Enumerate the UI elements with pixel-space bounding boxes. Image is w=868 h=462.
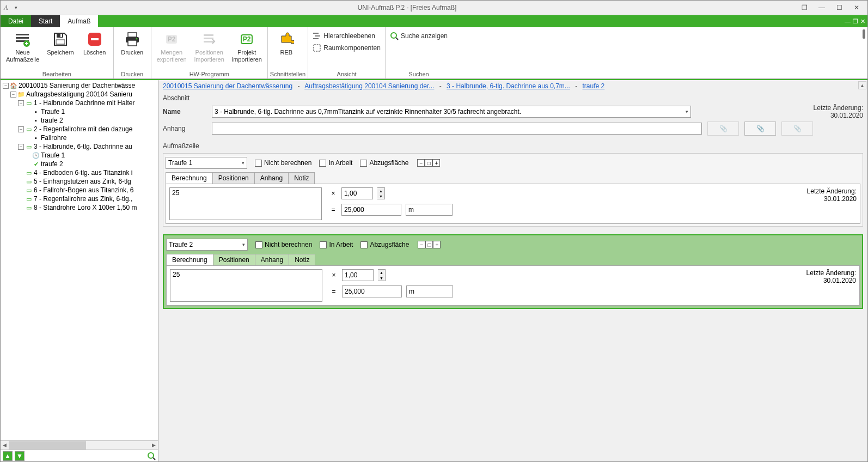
faktor-input[interactable] <box>342 269 374 281</box>
name-combo[interactable]: 3 - Halbrunde, 6-tlg. Dachrinne aus 0,7m… <box>212 106 691 118</box>
anhang-input[interactable] <box>212 123 702 135</box>
faktor-spinner[interactable]: ▲▼ <box>377 187 385 199</box>
scroll-up-icon[interactable]: ▲ <box>858 81 866 89</box>
close-button[interactable]: ✕ <box>849 2 864 13</box>
abzugsflaeche-checkbox[interactable]: Abzugsfläche <box>360 159 408 167</box>
breadcrumb-link[interactable]: Auftragsbestätigung 200104 Sanierung der… <box>304 82 434 90</box>
berechnung-input[interactable] <box>169 187 322 220</box>
tab-start[interactable]: Start <box>31 15 60 27</box>
in-arbeit-checkbox[interactable]: In Arbeit <box>320 241 353 248</box>
tab-notiz[interactable]: Notiz <box>288 172 315 184</box>
import-project-icon: P2 <box>238 31 255 48</box>
tree-leaf-selected[interactable]: ✔ traufe 2 <box>2 160 157 168</box>
loeschen-button[interactable]: Löschen <box>78 28 111 58</box>
projekt-importieren-button[interactable]: P2 Projekt importieren <box>229 28 265 65</box>
tab-positionen[interactable]: Positionen <box>212 172 255 184</box>
expand-icon[interactable]: + <box>433 241 441 248</box>
collapse-icon[interactable]: − <box>417 159 425 167</box>
tab-berechnung[interactable]: Berechnung <box>166 254 213 265</box>
svg-line-27 <box>396 38 398 40</box>
faktor-input[interactable] <box>341 187 373 199</box>
tree-leaf[interactable]: ▪ traufe 2 <box>2 116 157 125</box>
collapse-icon[interactable]: − <box>18 100 24 106</box>
speichern-button[interactable]: Speichern <box>44 28 77 58</box>
tree-leaf[interactable]: 🕓 Traufe 1 <box>2 151 157 160</box>
tab-anhang[interactable]: Anhang <box>255 254 289 265</box>
tree-root[interactable]: − 🏠 20010015 Sanierung der Dachentwässe <box>2 81 157 90</box>
tree-leaf[interactable]: ▪ Fallrohre <box>2 133 157 142</box>
section-icon: ▭ <box>25 169 33 177</box>
scroll-right-icon[interactable]: ▶ <box>150 441 158 449</box>
collapse-icon[interactable]: − <box>10 92 16 98</box>
svg-rect-11 <box>128 33 137 37</box>
mdi-minimize-icon[interactable]: — <box>845 18 851 25</box>
attach-button-3[interactable]: 📎 <box>781 121 813 136</box>
breadcrumb-link[interactable]: 20010015 Sanierung der Dachentwässerung <box>163 82 292 90</box>
scroll-left-icon[interactable]: ◀ <box>1 441 9 449</box>
move-up-button[interactable]: ▲ <box>3 451 13 461</box>
restore-down-icon[interactable]: ❐ <box>797 2 812 13</box>
tree-item[interactable]: ▭ 8 - Standrohre Loro X 100er 1,50 m <box>2 203 157 212</box>
tree-item[interactable]: − ▭ 1 - Halbrunde Dachrinne mit Halter <box>2 99 157 107</box>
tree-item[interactable]: − ▭ 2 - Regenfallrohre mit den dazuge <box>2 125 157 133</box>
drucken-button[interactable]: Drucken <box>116 28 149 58</box>
tree-horizontal-scrollbar[interactable]: ◀ ▶ <box>1 440 158 449</box>
tree-item[interactable]: − ▭ 3 - Halbrunde, 6-tlg. Dachrinne au <box>2 142 157 151</box>
search-tree-icon[interactable] <box>147 452 156 460</box>
window-icon[interactable]: □ <box>425 241 433 248</box>
tab-positionen[interactable]: Positionen <box>213 254 255 265</box>
ribbon-collapse-handle[interactable] <box>863 29 865 39</box>
raumkomponenten-button[interactable]: Raumkomponenten <box>310 42 383 53</box>
faktor-spinner[interactable]: ▲▼ <box>378 269 386 281</box>
reb-button[interactable]: REB <box>270 28 303 58</box>
tree-item[interactable]: ▭ 5 - Einhangstutzen aus Zink, 6-tlg <box>2 177 157 186</box>
collapse-icon[interactable]: − <box>18 126 24 132</box>
move-down-button[interactable]: ▼ <box>15 451 25 461</box>
line-icon: ▪ <box>32 108 40 115</box>
tab-anhang[interactable]: Anhang <box>254 172 289 184</box>
einheit-input[interactable] <box>406 204 453 216</box>
einheit-input[interactable] <box>406 285 453 297</box>
positionen-importieren-button[interactable]: Positionen importieren <box>191 28 228 65</box>
attach-button-2[interactable]: 📎 <box>744 121 776 136</box>
breadcrumb-link[interactable]: 3 - Halbrunde, 6-tlg. Dachrinne aus 0,7m… <box>447 82 570 90</box>
tree-auftrag[interactable]: − 📁 Auftragsbestätigung 200104 Sanieru <box>2 90 157 99</box>
collapse-icon[interactable]: − <box>18 144 24 150</box>
tab-aufmass[interactable]: Aufmaß <box>60 15 98 27</box>
mdi-restore-icon[interactable]: ❐ <box>853 18 858 25</box>
breadcrumb-link[interactable]: traufe 2 <box>583 82 605 90</box>
maximize-button[interactable]: ☐ <box>832 2 847 13</box>
tree-view[interactable]: − 🏠 20010015 Sanierung der Dachentwässe … <box>1 80 158 440</box>
tree-item[interactable]: ▭ 4 - Endboden 6-tlg. aus Titanzink i <box>2 168 157 177</box>
neue-aufmasszeile-button[interactable]: Neue Aufmaßzeile <box>3 28 42 65</box>
hierarchieebenen-button[interactable]: Hierarchieebenen <box>310 31 377 41</box>
minimize-button[interactable]: — <box>814 2 829 13</box>
in-arbeit-checkbox[interactable]: In Arbeit <box>319 159 352 167</box>
tab-berechnung[interactable]: Berechnung <box>166 172 213 184</box>
suche-anzeigen-button[interactable]: Suche anzeigen <box>388 31 450 41</box>
nicht-berechnen-checkbox[interactable]: Nicht berechnen <box>255 159 311 167</box>
zeile-name-combo[interactable]: Traufe 2 ▾ <box>166 239 248 251</box>
nicht-berechnen-checkbox[interactable]: Nicht berechnen <box>255 241 312 248</box>
tab-datei[interactable]: Datei <box>1 15 31 27</box>
zeile-name-combo[interactable]: Traufe 1 ▾ <box>166 157 247 169</box>
collapse-icon[interactable]: − <box>418 241 425 248</box>
window-icon[interactable]: □ <box>425 159 432 167</box>
tree-item[interactable]: ▭ 6 - Fallrohr-Bogen aus Titanzink, 6 <box>2 186 157 194</box>
mdi-close-icon[interactable]: ✕ <box>860 18 865 25</box>
line-icon: ▪ <box>32 135 40 141</box>
tab-notiz[interactable]: Notiz <box>289 254 315 265</box>
expand-icon[interactable]: + <box>432 159 440 167</box>
ribbon-group-suchen: Suche anzeigen Suchen <box>386 27 452 78</box>
scroll-thumb[interactable] <box>9 441 86 449</box>
tree-leaf[interactable]: ▪ Traufe 1 <box>2 107 157 116</box>
tree-item[interactable]: ▭ 7 - Regenfallrohre aus Zink, 6-tlg., <box>2 194 157 203</box>
attach-button-1[interactable]: 📎 <box>707 121 739 136</box>
breadcrumb: 20010015 Sanierung der Dachentwässerung … <box>158 80 867 92</box>
abzugsflaeche-checkbox[interactable]: Abzugsfläche <box>360 241 409 248</box>
berechnung-input[interactable] <box>170 269 322 302</box>
mengen-exportieren-button[interactable]: P2 Mengen exportieren <box>154 28 190 65</box>
collapse-icon[interactable]: − <box>3 83 9 89</box>
ribbon-group-hwprogramm: P2 Mengen exportieren Positionen importi… <box>151 27 268 78</box>
name-label: Name <box>163 108 206 115</box>
